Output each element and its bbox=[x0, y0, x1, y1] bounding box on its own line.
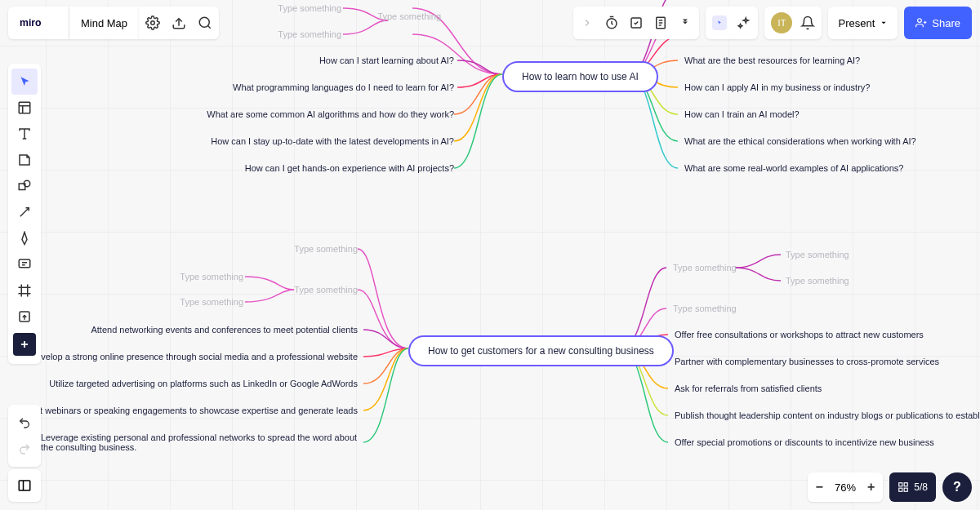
more-icon[interactable] bbox=[678, 16, 693, 30]
svg-rect-38 bbox=[899, 483, 902, 486]
grid-icon bbox=[898, 481, 909, 493]
comment-tool[interactable] bbox=[11, 251, 38, 277]
voting-icon[interactable] bbox=[629, 16, 644, 30]
svg-rect-36 bbox=[19, 481, 30, 490]
redo-button[interactable] bbox=[11, 436, 38, 462]
branch-node[interactable]: Type something bbox=[786, 250, 849, 259]
top-right-toolbar: IT Present Share bbox=[573, 7, 972, 39]
svg-line-4 bbox=[208, 25, 211, 28]
user-avatar[interactable]: IT bbox=[771, 12, 792, 33]
top-header: miro Mind Map bbox=[8, 7, 219, 39]
share-icon bbox=[915, 17, 927, 29]
zoom-controls: − 76% + 5/8 ? bbox=[808, 472, 972, 502]
shape-tool[interactable] bbox=[11, 173, 38, 199]
svg-rect-39 bbox=[904, 483, 907, 486]
settings-icon[interactable] bbox=[145, 16, 160, 30]
panel-toggle-button[interactable] bbox=[8, 469, 41, 502]
branch-node[interactable]: What programming languages do I need to … bbox=[233, 82, 454, 92]
zoom-out-button[interactable]: − bbox=[816, 480, 823, 494]
header-tools bbox=[139, 7, 219, 39]
branch-node[interactable]: Ask for referrals from satisfied clients bbox=[675, 384, 822, 393]
template-tool[interactable] bbox=[11, 95, 38, 121]
pages-indicator[interactable]: 5/8 bbox=[889, 472, 936, 502]
cursor-mode-box bbox=[706, 7, 758, 39]
board-title[interactable]: Mind Map bbox=[69, 7, 139, 39]
branch-node[interactable]: How can I stay up-to-date with the lates… bbox=[211, 136, 454, 146]
notifications-icon[interactable] bbox=[800, 16, 815, 30]
branch-node[interactable]: How can I start learning about AI? bbox=[319, 55, 454, 65]
branch-node[interactable]: Type something bbox=[180, 297, 243, 307]
left-toolbar bbox=[8, 64, 41, 364]
branch-node[interactable]: Leverage existing personal and professio… bbox=[41, 432, 358, 452]
zoom-in-button[interactable]: + bbox=[867, 480, 875, 494]
svg-rect-41 bbox=[904, 488, 907, 491]
miro-logo[interactable]: miro bbox=[8, 7, 69, 39]
add-tool[interactable] bbox=[13, 333, 36, 356]
zoom-box: − 76% + bbox=[808, 472, 884, 502]
branch-node[interactable]: Type something bbox=[786, 276, 849, 286]
branch-node[interactable]: Attend networking events and conferences… bbox=[91, 325, 358, 335]
branch-node[interactable]: Type something bbox=[673, 304, 737, 313]
branch-node[interactable]: What are some common AI algorithms and h… bbox=[207, 109, 454, 119]
branch-node[interactable]: What are some real-world examples of AI … bbox=[684, 163, 903, 173]
branch-node[interactable]: Develop a strong online presence through… bbox=[29, 352, 358, 361]
branch-node[interactable]: Publish thought leadership content on in… bbox=[675, 410, 980, 420]
branch-node[interactable]: How can I apply AI in my business or ind… bbox=[684, 82, 870, 92]
share-label: Share bbox=[932, 17, 960, 29]
branch-node[interactable]: What are the best resources for learning… bbox=[684, 55, 860, 65]
central-node-ai[interactable]: How to learn how to use AI bbox=[502, 61, 658, 92]
svg-marker-12 bbox=[683, 20, 688, 22]
sticky-note-tool[interactable] bbox=[11, 147, 38, 173]
share-button[interactable]: Share bbox=[904, 7, 972, 39]
search-icon[interactable] bbox=[198, 16, 212, 30]
branch-node[interactable]: How can I train an AI model? bbox=[684, 109, 800, 119]
line-tool[interactable] bbox=[11, 199, 38, 225]
branch-node[interactable]: Type something bbox=[180, 272, 243, 282]
branch-node[interactable]: Type something bbox=[673, 263, 737, 273]
branch-node[interactable]: Offer special promotions or discounts to… bbox=[675, 437, 934, 447]
svg-point-1 bbox=[151, 21, 155, 25]
branch-node[interactable]: Type something bbox=[278, 29, 341, 39]
export-icon[interactable] bbox=[172, 16, 186, 30]
branch-node[interactable]: Type something bbox=[294, 244, 358, 254]
svg-marker-11 bbox=[683, 22, 688, 24]
svg-text:miro: miro bbox=[20, 17, 42, 29]
branch-node[interactable]: How can I get hands-on experience with A… bbox=[245, 163, 454, 173]
zoom-level: 76% bbox=[835, 481, 856, 494]
svg-line-24 bbox=[20, 208, 29, 217]
branch-node[interactable]: Type something bbox=[294, 285, 358, 295]
present-button[interactable]: Present bbox=[828, 7, 898, 39]
frame-tool[interactable] bbox=[11, 277, 38, 304]
canvas[interactable]: How to learn how to use AI Type somethin… bbox=[0, 0, 980, 510]
view-options bbox=[573, 7, 699, 39]
svg-rect-40 bbox=[899, 488, 902, 491]
svg-rect-25 bbox=[19, 259, 30, 268]
pen-tool[interactable] bbox=[11, 225, 38, 251]
chevron-down-icon bbox=[880, 19, 888, 27]
undo-button[interactable] bbox=[11, 410, 38, 436]
help-button[interactable]: ? bbox=[942, 472, 972, 502]
svg-rect-17 bbox=[19, 102, 30, 113]
undo-redo-box bbox=[8, 405, 41, 467]
branch-node[interactable]: Offer free consultations or workshops to… bbox=[675, 330, 924, 339]
branch-node[interactable]: Host webinars or speaking engagements to… bbox=[24, 406, 358, 415]
timer-icon[interactable] bbox=[604, 16, 619, 30]
svg-point-3 bbox=[199, 17, 209, 27]
users-box: IT bbox=[764, 7, 822, 39]
notes-icon[interactable] bbox=[653, 16, 668, 30]
select-tool[interactable] bbox=[11, 69, 38, 95]
chevron-right-icon[interactable] bbox=[580, 16, 595, 30]
branch-node[interactable]: Type something bbox=[377, 11, 441, 21]
svg-marker-13 bbox=[882, 22, 886, 24]
central-node-consulting[interactable]: How to get customers for a new consultin… bbox=[408, 335, 674, 366]
cursor-tool-icon[interactable] bbox=[712, 16, 727, 30]
branch-node[interactable]: Type something bbox=[278, 3, 341, 13]
branch-node[interactable]: What are the ethical considerations when… bbox=[684, 136, 916, 146]
upload-tool[interactable] bbox=[11, 304, 38, 330]
magic-icon[interactable] bbox=[737, 16, 751, 30]
branch-node[interactable]: Partner with complementary businesses to… bbox=[675, 357, 939, 366]
text-tool[interactable] bbox=[11, 121, 38, 147]
pages-count: 5/8 bbox=[914, 481, 928, 493]
branch-node[interactable]: Utilize targeted advertising on platform… bbox=[49, 379, 358, 388]
svg-point-14 bbox=[918, 19, 922, 23]
